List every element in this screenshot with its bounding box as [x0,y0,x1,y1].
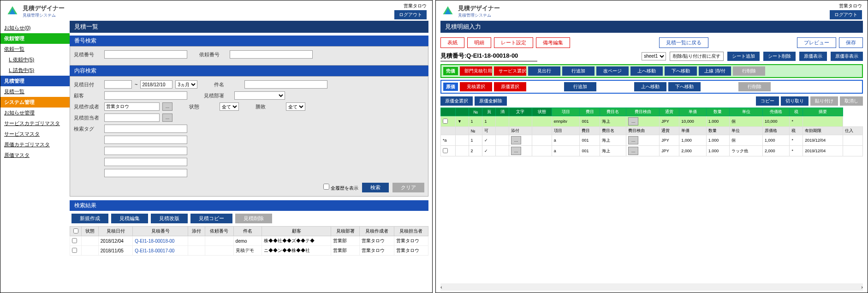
cost-select-button[interactable]: 原価選択 [494,82,526,91]
show-history-check[interactable] [323,184,329,190]
rev-button[interactable]: 見積改版 [151,214,188,223]
move-up-button[interactable]: 上へ移動 [630,66,663,76]
section-results: 検索結果 [70,200,428,211]
search-button[interactable]: 検索 [362,183,389,192]
sheet-del-button[interactable]: シート削除 [763,52,796,61]
move-up-button[interactable]: 上へ移動 [634,82,666,91]
quote-select-button[interactable]: 見積選択 [460,82,492,91]
creator-lookup-button[interactable]: … [162,102,172,111]
new-button[interactable]: 新規作成 [71,214,108,223]
lbl-status: 状態 [189,103,217,110]
add-row-button[interactable]: 行追加 [562,66,595,76]
row-check[interactable] [72,248,77,253]
paste-button[interactable]: 貼り付け [810,96,838,106]
owner-input[interactable] [104,114,160,122]
copy-button[interactable]: 見積コピー [190,214,232,223]
svc-select-button[interactable]: サービス選択 [494,66,526,76]
sidebar-notice[interactable]: お知らせ(0) [0,23,70,33]
cust-input[interactable] [104,91,187,100]
lookup-button[interactable]: … [628,136,638,144]
clear-button[interactable]: クリア [392,183,424,192]
dept-quote-button[interactable]: 部門見積引用 [460,66,492,76]
sidebar: お知らせ(0) 依頼管理 依頼一覧 L 依頼中(5) L 請負中(5) 見積管理… [0,21,70,293]
sidebar-cost[interactable]: 原価マスタ [0,150,70,161]
scroll-right-icon[interactable]: › [861,284,863,290]
title-input[interactable] [244,80,327,89]
lookup-button[interactable]: … [511,147,521,155]
undo-button[interactable]: 取消し [840,96,863,106]
sidebar-cost-cat[interactable]: 原価カテゴリマスタ [0,139,70,150]
del-button[interactable]: 見積削除 [235,214,272,223]
row-check[interactable] [443,148,448,153]
sidebar-svc[interactable]: サービスマスタ [0,129,70,139]
lbl-req-no: 依頼番号 [199,51,227,58]
winrate-select[interactable]: 全て [286,102,305,111]
lookup-button[interactable]: … [628,117,638,126]
move-down-button[interactable]: 下へ移動 [668,82,701,91]
select-all-check[interactable] [73,228,78,233]
sidebar-req-pending[interactable]: L 依頼中(5) [0,54,70,65]
row-check[interactable] [443,119,448,124]
section-content-search: 内容検索 [70,66,428,76]
sheet-select[interactable]: sheet1 [642,52,666,60]
tag-input-5[interactable] [104,169,187,177]
pagebreak-button[interactable]: 改ページ [596,66,629,76]
lookup-button[interactable]: … [628,147,638,155]
req-no-input[interactable] [230,50,313,59]
edit-button[interactable]: 見積編集 [111,214,148,223]
tag-input-2[interactable] [104,136,187,144]
tag-input-3[interactable] [104,147,187,155]
row-del-button[interactable]: 行削除 [738,82,771,91]
range-select[interactable]: 3ヵ月 [175,80,197,89]
sidebar-sec-request[interactable]: 依頼管理 [0,33,70,44]
owner-lookup-button[interactable]: … [162,114,172,122]
undo-paste-button[interactable]: 削除/貼り付け前に戻す [670,52,724,61]
select-all-cost-button[interactable]: 原価全選択 [440,96,473,106]
save-button[interactable]: 保存 [839,37,863,48]
heading-row-button[interactable]: 見出行 [528,66,560,76]
sidebar-notice-mgmt[interactable]: お知らせ管理 [0,108,70,118]
sidebar-sec-quote[interactable]: 見積管理 [0,76,70,86]
sidebar-sec-system[interactable]: システム管理 [0,97,70,108]
horizontal-scrollbar[interactable]: ‹ › [440,283,863,291]
unselect-cost-button[interactable]: 原価全解除 [475,96,507,106]
page-title: 見積一覧 [70,21,428,33]
lbl-tag: 検索タグ [74,126,101,132]
date-to-input[interactable] [140,80,172,89]
tag-input-4[interactable] [104,158,187,166]
cost-show-button[interactable]: 原価表示 [799,52,827,61]
logout-button[interactable]: ログアウト [830,10,862,19]
detail-tab[interactable]: 明細 [467,37,491,48]
sidebar-svc-cat[interactable]: サービスカテゴリマスタ [0,118,70,129]
status-select[interactable]: 全て [220,102,239,111]
grid-row: 2✓…a001海上…JPY2,0001.000ラック他2,000*2019/12… [441,146,863,156]
sidebar-req-list[interactable]: 依頼一覧 [0,44,70,54]
tag-input-1[interactable] [104,125,187,133]
row-del-button[interactable]: 行削除 [733,66,765,76]
cover-tab[interactable]: 表紙 [440,37,464,48]
date-from-input[interactable] [104,80,132,89]
creator-input[interactable] [104,102,160,111]
quote-link[interactable]: Q-EI1-18-00018-00 [135,239,174,244]
cut-button[interactable]: 切り取り [781,96,809,106]
page-title: 見積明細入力 [440,21,863,33]
sidebar-quote-list[interactable]: 見積一覧 [0,86,70,97]
quote-link[interactable]: Q-EI1-18-00017-00 [135,248,174,253]
add-row-button[interactable]: 行追加 [564,82,596,91]
dept-select[interactable] [234,91,285,100]
quote-no-input[interactable] [104,50,187,59]
line-toggle-button[interactable]: 上線 消/付 [699,66,731,76]
lookup-button[interactable]: … [511,136,521,144]
preview-button[interactable]: プレビュー [797,37,836,48]
logout-button[interactable]: ログアウト [394,10,427,19]
copy-button[interactable]: コピー [756,96,779,106]
cost-hide-button[interactable]: 原価非表示 [831,52,863,61]
sheet-add-button[interactable]: シート追加 [727,52,760,61]
row-check[interactable] [72,238,77,243]
sidebar-req-contract[interactable]: L 請負中(5) [0,65,70,76]
scroll-left-icon[interactable]: ‹ [440,284,442,290]
move-down-button[interactable]: 下へ移動 [665,66,697,76]
note-tab[interactable]: 備考編集 [536,37,570,48]
back-button[interactable]: 見積一覧に戻る [659,37,708,48]
rate-tab[interactable]: レート設定 [494,37,533,48]
